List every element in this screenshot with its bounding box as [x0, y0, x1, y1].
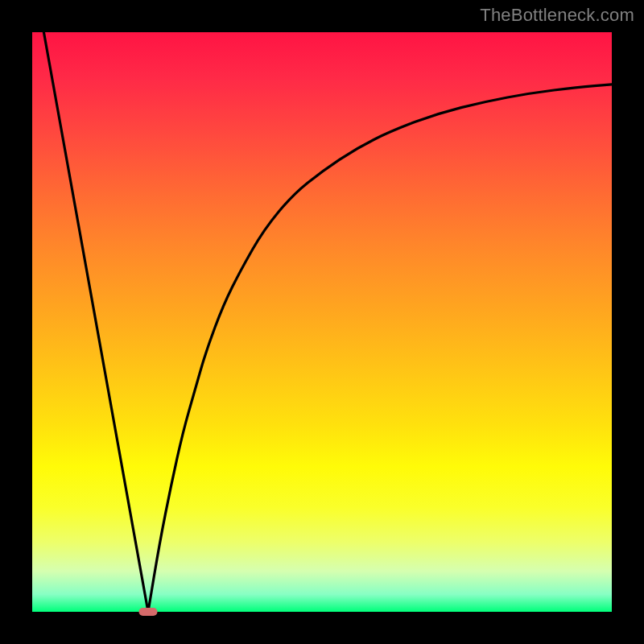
bottleneck-marker: [32, 32, 612, 612]
svg-rect-0: [138, 608, 157, 616]
watermark-text: TheBottleneck.com: [480, 5, 634, 26]
plot-area: [32, 32, 612, 612]
chart-frame: TheBottleneck.com: [0, 0, 644, 644]
